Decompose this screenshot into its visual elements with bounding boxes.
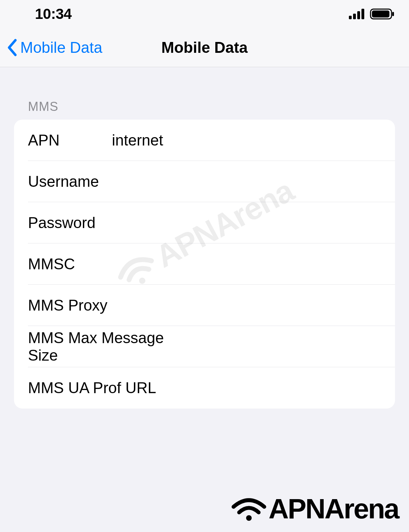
label-username: Username (28, 173, 112, 190)
input-mms-proxy[interactable] (189, 297, 381, 314)
brand-text: APNArena (268, 493, 399, 525)
label-password: Password (28, 214, 112, 232)
status-indicators (349, 8, 395, 20)
wifi-icon (231, 496, 266, 522)
row-mms-max-size[interactable]: MMS Max Message Size (14, 326, 395, 367)
row-username[interactable]: Username (14, 161, 395, 202)
page-title: Mobile Data (162, 39, 248, 56)
svg-point-8 (246, 515, 252, 521)
navigation-bar: Mobile Data Mobile Data (0, 28, 409, 67)
label-mmsc: MMSC (28, 255, 112, 273)
label-mms-max-size: MMS Max Message Size (28, 329, 189, 364)
brand-logo: APNArena (231, 493, 399, 525)
input-mms-ua-prof[interactable] (189, 379, 381, 397)
content: MMS APN Username Password MMSC MMS Proxy (0, 67, 409, 409)
svg-rect-3 (361, 9, 364, 19)
battery-icon (370, 8, 395, 20)
input-mms-max-size[interactable] (189, 338, 381, 355)
status-bar: 10:34 (0, 0, 409, 28)
signal-icon (349, 9, 366, 19)
input-mmsc[interactable] (112, 255, 381, 273)
back-label: Mobile Data (20, 39, 102, 56)
row-mmsc[interactable]: MMSC (14, 243, 395, 285)
section-header-mms: MMS (14, 67, 395, 120)
svg-rect-2 (357, 11, 360, 19)
input-apn[interactable] (112, 132, 381, 149)
chevron-left-icon (7, 39, 17, 56)
input-password[interactable] (112, 214, 381, 232)
row-mms-proxy[interactable]: MMS Proxy (14, 285, 395, 326)
label-mms-proxy: MMS Proxy (28, 297, 189, 314)
row-password[interactable]: Password (14, 202, 395, 243)
row-apn[interactable]: APN (14, 120, 395, 161)
input-username[interactable] (112, 173, 381, 190)
svg-rect-5 (372, 10, 389, 17)
row-mms-ua-prof[interactable]: MMS UA Prof URL (14, 367, 395, 409)
svg-rect-6 (392, 12, 394, 16)
status-time: 10:34 (35, 6, 72, 22)
label-apn: APN (28, 132, 112, 149)
back-button[interactable]: Mobile Data (7, 39, 102, 56)
svg-rect-0 (349, 16, 352, 19)
svg-rect-1 (353, 14, 356, 19)
label-mms-ua-prof: MMS UA Prof URL (28, 379, 189, 397)
settings-group-mms: APN Username Password MMSC MMS Proxy MMS… (14, 120, 395, 409)
